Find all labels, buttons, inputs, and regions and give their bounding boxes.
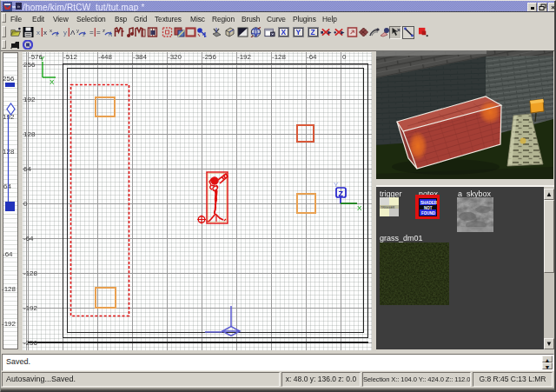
svg-text:x: x [43, 29, 47, 37]
svg-text:Λ: Λ [70, 29, 75, 37]
svg-text:z: z [83, 32, 85, 37]
svg-text:▶: ▶ [328, 30, 332, 35]
svg-text:x: x [50, 28, 52, 33]
svg-text:X: X [357, 204, 362, 212]
svg-text:=: = [96, 29, 101, 37]
svg-text:SHADER: SHADER [420, 200, 437, 204]
svg-text:x: x [56, 32, 58, 37]
svg-text:NOT: NOT [424, 205, 433, 209]
svg-text:N: N [109, 32, 112, 37]
svg-text:y: y [76, 28, 79, 33]
svg-text:X: X [50, 78, 55, 86]
svg-text:▶: ▶ [341, 30, 345, 35]
svg-text:FOUND: FOUND [421, 211, 436, 216]
svg-text:z: z [103, 28, 105, 33]
svg-text:Z: Z [339, 189, 344, 198]
svg-text:y: y [63, 29, 67, 37]
svg-text:Z: Z [311, 28, 315, 37]
svg-text:x: x [36, 29, 40, 37]
svg-text:=: = [89, 29, 94, 37]
svg-text:TRIGGER: TRIGGER [381, 206, 395, 209]
svg-text:X: X [281, 28, 287, 37]
svg-text:Y: Y [296, 28, 301, 37]
